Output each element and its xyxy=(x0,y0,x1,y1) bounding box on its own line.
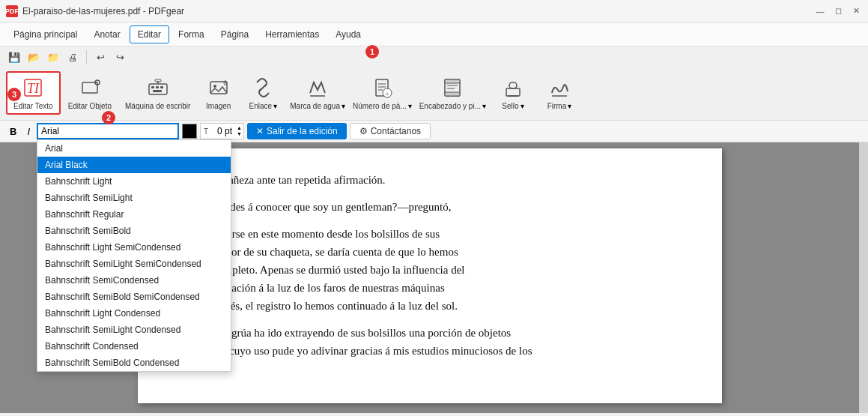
menu-editar[interactable]: Editar xyxy=(130,25,169,43)
ribbon-header-footer-label: Encabezado y pi... xyxy=(419,102,481,110)
ribbon-image[interactable]: Imagen xyxy=(198,73,239,113)
svg-rect-11 xyxy=(155,79,161,82)
window-controls: — ◻ ✕ xyxy=(814,5,862,17)
window-title: El-paraiso-de-las-mujeres.pdf - PDFgear xyxy=(22,6,184,16)
color-picker[interactable] xyxy=(182,124,197,139)
menu-anotar[interactable]: Anotar xyxy=(86,26,127,43)
ribbon-image-label: Imagen xyxy=(206,102,231,110)
minimize-button[interactable]: — xyxy=(814,5,826,17)
font-item-bahnschrift-light[interactable]: Bahnschrift Light xyxy=(37,173,231,190)
ribbon-edit-object-label: Editar Objeto xyxy=(68,102,112,110)
font-item-bahnschrift-semicondensed[interactable]: Bahnschrift SemiCondensed xyxy=(37,272,231,289)
vertical-scrollbar[interactable] xyxy=(859,142,868,413)
exit-edit-button[interactable]: ✕ Salir de la edición xyxy=(247,123,347,139)
font-size-down[interactable]: ▼ xyxy=(235,131,243,137)
svg-text:+: + xyxy=(386,91,389,97)
stamp-label-row: Sello ▾ xyxy=(502,102,523,110)
ribbon-edit-object[interactable]: Editar Objeto xyxy=(62,73,118,113)
ribbon-typewriter-label: Máquina de escribir xyxy=(125,102,190,110)
redo-button[interactable]: ↪ xyxy=(112,49,128,65)
font-size-arrows[interactable]: ▲ ▼ xyxy=(235,125,243,138)
menu-pagina-principal[interactable]: Página principal xyxy=(6,26,85,43)
pdf-para-2: ¿llegaron ustedes á conocer que soy un g… xyxy=(168,198,692,216)
page-number-icon: + xyxy=(370,76,394,100)
ribbon-signature[interactable]: Firma ▾ xyxy=(537,73,582,113)
pdf-para-3: usted examinarse en este momento desde l… xyxy=(168,225,692,315)
open-button[interactable]: 📂 xyxy=(25,49,42,65)
font-selector[interactable]: Arial Arial Black Bahnschrift Light Bahn… xyxy=(37,123,179,139)
font-item-bahnschrift-condensed[interactable]: Bahnschrift Condensed xyxy=(37,338,231,355)
svg-rect-6 xyxy=(151,86,154,88)
link-label-row: Enlace ▾ xyxy=(249,102,277,110)
font-input[interactable] xyxy=(37,123,179,139)
typewriter-icon xyxy=(146,76,170,100)
pdf-para-4: Una máquina-grúa ha ido extrayendo de su… xyxy=(168,324,692,360)
watermark-label-row: Marca de agua ▾ xyxy=(290,102,345,110)
ribbon-edit-text-label: Editar Texto xyxy=(13,102,53,110)
font-item-bahnschrift-semilight[interactable]: Bahnschrift SemiLight xyxy=(37,190,231,206)
font-size-value: 0 pt xyxy=(214,126,235,136)
link-arrow-icon: ▾ xyxy=(273,102,277,110)
svg-rect-26 xyxy=(445,79,460,83)
stamp-arrow-icon: ▾ xyxy=(521,102,524,110)
font-size-box[interactable]: T 0 pt ▲ ▼ xyxy=(200,123,244,139)
title-bar-left: PDF El-paraiso-de-las-mujeres.pdf - PDFg… xyxy=(6,5,184,17)
ribbon-stamp[interactable]: Sello ▾ xyxy=(491,73,535,113)
svg-text:TI: TI xyxy=(27,81,40,96)
svg-line-17 xyxy=(260,85,266,91)
folder-button[interactable]: 📁 xyxy=(45,49,61,65)
save-button[interactable]: 💾 xyxy=(6,49,22,65)
font-item-bahnschrift-semilight-semicondensed[interactable]: Bahnschrift SemiLight SemiCondensed xyxy=(37,256,231,272)
page-number-arrow-icon: ▾ xyxy=(408,102,412,110)
menu-forma[interactable]: Forma xyxy=(171,26,212,43)
title-bar: PDF El-paraiso-de-las-mujeres.pdf - PDFg… xyxy=(0,0,868,22)
ribbon-header-footer[interactable]: Encabezado y pi... ▾ xyxy=(416,73,489,113)
ribbon-link-label: Enlace xyxy=(249,102,272,110)
menu-herramientas[interactable]: Herramientas xyxy=(258,26,327,43)
bold-button[interactable]: B xyxy=(6,124,20,139)
font-item-bahnschrift-semibold[interactable]: Bahnschrift SemiBold xyxy=(37,223,231,239)
svg-rect-8 xyxy=(160,86,163,88)
ribbon-signature-label: Firma xyxy=(547,102,567,110)
svg-rect-27 xyxy=(445,92,460,96)
header-footer-label-row: Encabezado y pi... ▾ xyxy=(419,102,486,110)
ribbon-typewriter[interactable]: Máquina de escribir xyxy=(119,73,196,113)
badge-2: 2 xyxy=(102,111,115,124)
ribbon-link[interactable]: Enlace ▾ xyxy=(240,73,285,113)
quick-toolbar: 💾 📂 📁 🖨 ↩ ↪ xyxy=(0,46,868,67)
menu-pagina[interactable]: Página xyxy=(213,26,256,43)
italic-button[interactable]: I xyxy=(23,124,34,139)
undo-button[interactable]: ↩ xyxy=(92,49,109,65)
menu-bar: Página principal Anotar Editar Forma Pág… xyxy=(0,22,868,46)
svg-rect-31 xyxy=(509,82,517,88)
pdf-para-1: ocultó su extrañeza ante tan repetida af… xyxy=(168,171,692,189)
menu-ayuda[interactable]: Ayuda xyxy=(328,26,368,43)
font-size-icon: T xyxy=(203,126,212,136)
ribbon-page-number-label: Número de pá... xyxy=(353,102,407,110)
print-button[interactable]: 🖨 xyxy=(64,49,81,65)
app-icon: PDF xyxy=(6,5,18,17)
restore-button[interactable]: ◻ xyxy=(832,5,844,17)
watermark-arrow-icon: ▾ xyxy=(342,102,345,110)
font-item-bahnschrift-light-condensed[interactable]: Bahnschrift Light Condensed xyxy=(37,305,231,322)
signature-arrow-icon: ▾ xyxy=(568,102,571,110)
font-item-bahnschrift-light-semicondensed[interactable]: Bahnschrift Light SemiCondensed xyxy=(37,239,231,256)
svg-rect-7 xyxy=(156,86,159,88)
page-number-label-row: Número de pá... ▾ xyxy=(353,102,412,110)
ribbon-page-number[interactable]: + Número de pá... ▾ xyxy=(350,73,415,113)
svg-rect-30 xyxy=(506,88,520,96)
font-item-bahnschrift-semilight-condensed[interactable]: Bahnschrift SemiLight Condensed xyxy=(37,322,231,338)
font-size-up[interactable]: ▲ xyxy=(235,125,243,131)
font-item-bahnschrift-regular[interactable]: Bahnschrift Regular xyxy=(37,206,231,223)
font-item-arial-black[interactable]: Arial Black xyxy=(37,157,231,173)
header-footer-icon xyxy=(440,76,464,100)
watermark-icon xyxy=(306,76,330,100)
link-icon xyxy=(251,76,275,100)
ribbon-watermark[interactable]: Marca de agua ▾ xyxy=(287,73,348,113)
font-item-arial[interactable]: Arial xyxy=(37,140,231,157)
svg-rect-9 xyxy=(153,90,162,92)
close-button[interactable]: ✕ xyxy=(850,5,862,17)
font-item-bahnschrift-semibold-condensed[interactable]: Bahnschrift SemiBold Condensed xyxy=(37,355,231,371)
contact-button[interactable]: ⚙ Contáctanos xyxy=(350,123,431,139)
font-item-bahnschrift-semibold-semicondensed[interactable]: Bahnschrift SemiBold SemiCondensed xyxy=(37,289,231,305)
